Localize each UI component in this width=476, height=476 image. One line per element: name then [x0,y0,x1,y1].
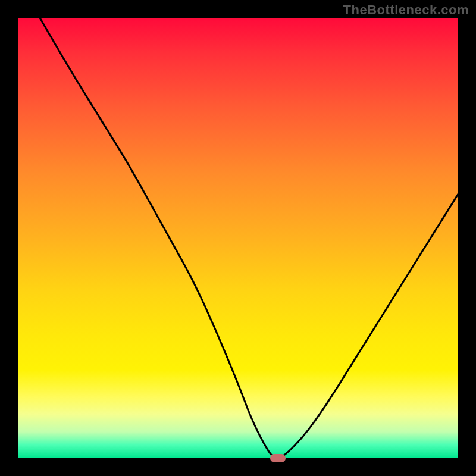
chart-plot-area [18,18,458,458]
bottleneck-curve [18,18,458,458]
watermark-text: TheBottleneck.com [343,2,469,18]
optimal-point-marker [270,454,286,462]
